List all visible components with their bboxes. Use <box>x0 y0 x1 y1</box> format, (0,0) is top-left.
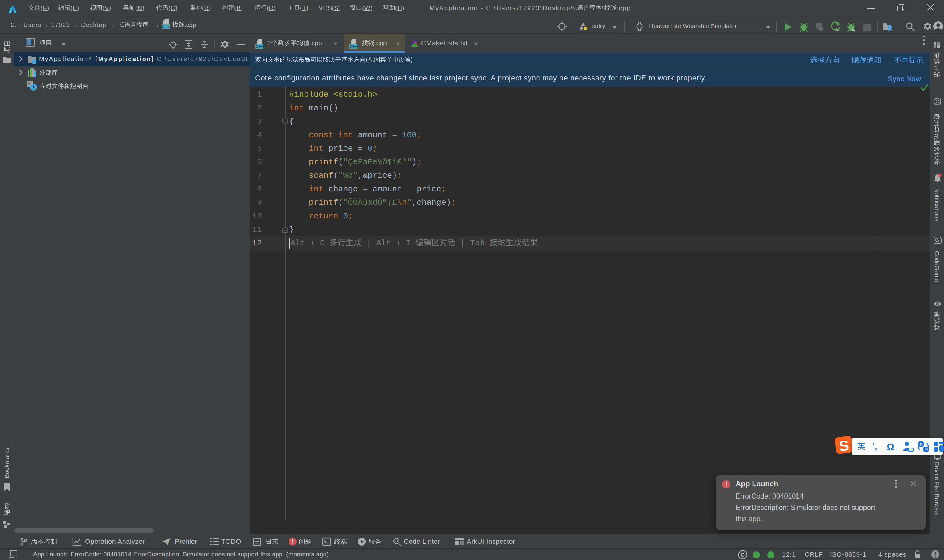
svg-text:C++: C++ <box>349 44 357 49</box>
svg-text:C++: C++ <box>162 25 170 29</box>
svg-text:59: 59 <box>909 448 913 452</box>
svg-text:G: G <box>741 552 745 557</box>
svg-text:C++: C++ <box>255 44 263 49</box>
svg-text:A: A <box>919 442 922 447</box>
